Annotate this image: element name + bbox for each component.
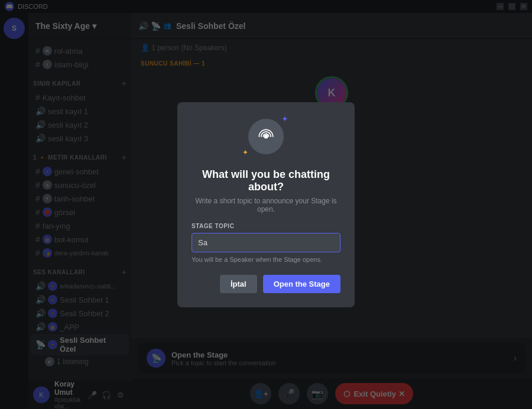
stage-topic-label: STAGE TOPIC xyxy=(192,223,234,229)
sparkle-icon-bl: ✦ xyxy=(242,148,248,157)
stage-topic-input[interactable] xyxy=(192,233,340,252)
stage-topic-modal: ✦ ✦ What will you be chatting about? Wri… xyxy=(177,102,355,307)
modal-stage-icon: ✦ ✦ xyxy=(248,119,284,154)
cancel-button[interactable]: İptal xyxy=(220,275,257,293)
svg-point-0 xyxy=(264,134,268,138)
sparkle-icon-tl: ✦ xyxy=(281,114,288,124)
open-stage-button[interactable]: Open the Stage xyxy=(263,275,340,293)
modal-subtitle: Write a short topic to announce your Sta… xyxy=(192,197,340,213)
modal-buttons: İptal Open the Stage xyxy=(192,275,340,293)
modal-overlay: ✦ ✦ What will you be chatting about? Wri… xyxy=(0,0,532,409)
stage-topic-hint: You will be a Speaker when the Stage ope… xyxy=(192,256,322,263)
modal-title: What will you be chatting about? xyxy=(192,168,340,193)
